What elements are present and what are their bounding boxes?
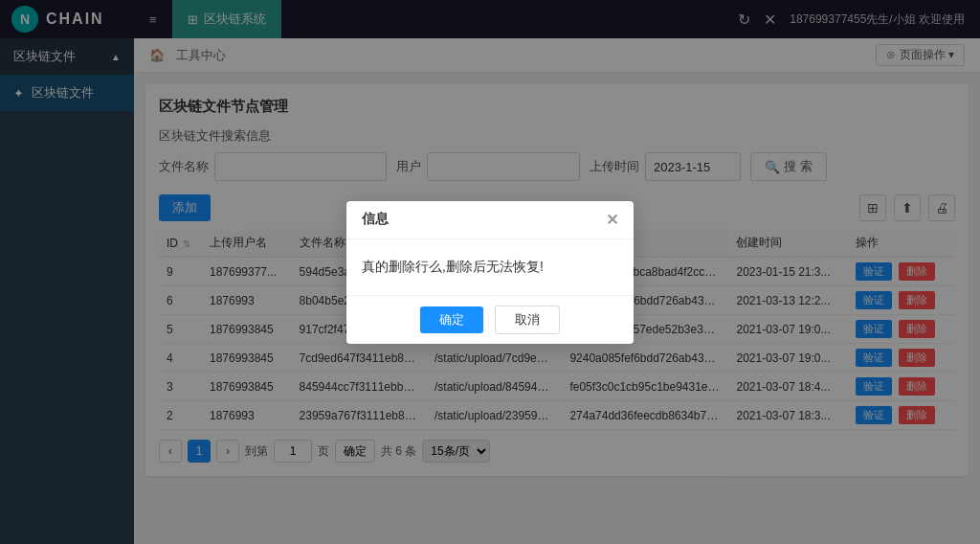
modal-title: 信息	[362, 211, 389, 228]
modal-header: 信息 ✕	[346, 201, 634, 239]
modal-cancel-btn[interactable]: 取消	[495, 306, 560, 334]
modal-close-btn[interactable]: ✕	[606, 211, 618, 229]
modal-message: 真的删除行么,删除后无法恢复!	[362, 259, 544, 274]
modal-body: 真的删除行么,删除后无法恢复!	[346, 239, 634, 295]
modal-overlay: 信息 ✕ 真的删除行么,删除后无法恢复! 确定 取消	[0, 0, 980, 544]
modal-confirm-btn[interactable]: 确定	[420, 306, 483, 333]
confirm-modal: 信息 ✕ 真的删除行么,删除后无法恢复! 确定 取消	[346, 201, 634, 344]
modal-footer: 确定 取消	[346, 295, 634, 344]
